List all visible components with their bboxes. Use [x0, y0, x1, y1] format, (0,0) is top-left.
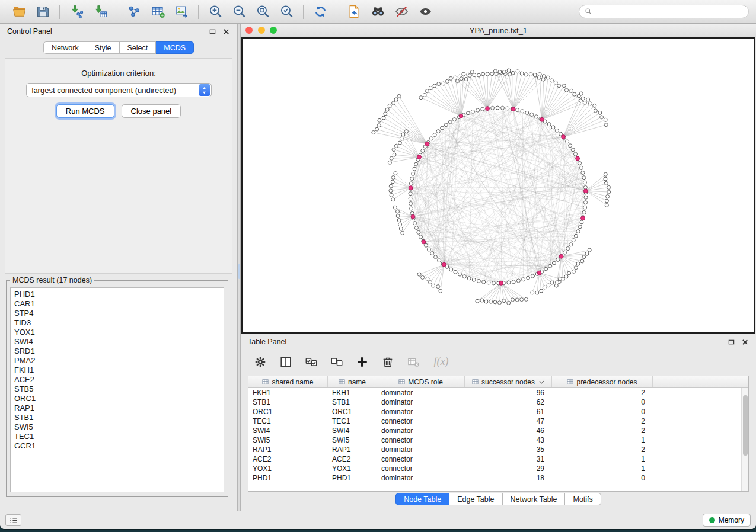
close-table-panel-icon[interactable]	[741, 338, 749, 346]
mcds-result-item[interactable]: SWI5	[14, 422, 220, 432]
deselect-all-button[interactable]	[329, 354, 344, 370]
delete-column-button[interactable]	[406, 354, 421, 370]
add-row-icon	[356, 355, 369, 368]
column-header-MCDS-role[interactable]: MCDS role	[377, 376, 465, 387]
import-network-button[interactable]	[65, 2, 88, 21]
cell: 43	[465, 436, 552, 444]
mcds-result-item[interactable]: ORC1	[14, 394, 220, 403]
table-row[interactable]: YOX1YOX1connector291	[248, 464, 748, 473]
table-row[interactable]: STB1STB1dominator620	[248, 398, 748, 407]
tab-node-table[interactable]: Node Table	[395, 493, 449, 505]
control-panel-header: Control Panel	[0, 24, 237, 39]
columns-button[interactable]	[278, 354, 294, 370]
table-row[interactable]: RAP1RAP1dominator352	[248, 445, 748, 454]
cell: RAP1	[248, 446, 328, 454]
close-panel-icon[interactable]	[222, 27, 230, 36]
cell: STB1	[248, 398, 328, 406]
clone-network-button[interactable]	[122, 2, 146, 21]
table-scrollbar[interactable]	[741, 388, 748, 491]
cell: ACE2	[248, 455, 328, 463]
memory-label: Memory	[719, 516, 744, 524]
main-toolbar-buttons	[7, 2, 437, 21]
open-button[interactable]	[7, 2, 31, 21]
window-minimize-button[interactable]	[258, 27, 265, 34]
tab-network[interactable]: Network	[43, 41, 87, 54]
mcds-result-item[interactable]: GCR1	[14, 441, 220, 451]
task-history-button[interactable]	[5, 514, 21, 526]
zoom-fit-button[interactable]	[251, 2, 275, 21]
column-header-shared-name[interactable]: shared name	[248, 376, 328, 387]
mcds-result-item[interactable]: TID3	[14, 318, 220, 328]
details-off-button[interactable]	[390, 2, 413, 21]
mcds-result-item[interactable]: SRD1	[14, 347, 220, 356]
delete-row-button[interactable]	[380, 354, 395, 370]
close-panel-button[interactable]: Close panel	[122, 104, 181, 118]
float-table-panel-icon[interactable]	[727, 338, 735, 346]
add-row-button[interactable]	[355, 354, 370, 370]
column-header-name[interactable]: name	[328, 376, 377, 387]
function-button[interactable]: f(x)	[431, 354, 451, 370]
tab-network-table[interactable]: Network Table	[503, 493, 566, 505]
cell: TEC1	[328, 417, 377, 425]
table-row[interactable]: SWI5SWI5connector431	[248, 435, 748, 445]
tab-select[interactable]: Select	[120, 41, 157, 54]
save-button[interactable]	[31, 2, 55, 21]
table-row[interactable]: ORC1ORC1dominator610	[248, 407, 748, 416]
table-row[interactable]: FKH1FKH1dominator962	[248, 388, 748, 398]
tab-edge-table[interactable]: Edge Table	[449, 493, 502, 505]
tab-style[interactable]: Style	[87, 41, 120, 54]
mcds-result-item[interactable]: YOX1	[14, 328, 220, 337]
mcds-result-item[interactable]: PMA2	[14, 356, 220, 366]
window-close-button[interactable]	[245, 27, 253, 34]
mcds-result-item[interactable]: RAP1	[14, 403, 220, 413]
mcds-result-item[interactable]: CAR1	[14, 299, 220, 309]
network-titlebar: YPA_prune.txt_1	[241, 24, 756, 37]
table-row[interactable]: PHD1PHD1dominator180	[248, 473, 748, 483]
tab-motifs[interactable]: Motifs	[565, 493, 601, 505]
mcds-result-item[interactable]: STB1	[14, 413, 220, 422]
float-panel-icon[interactable]	[208, 27, 216, 36]
divider-grip[interactable]	[238, 264, 240, 279]
mcds-result-item[interactable]: ACE2	[14, 375, 220, 384]
table-body: FKH1FKH1dominator962STB1STB1dominator620…	[248, 388, 748, 483]
import-network-icon	[69, 4, 84, 19]
cell: YOX1	[328, 464, 377, 473]
cell: ACE2	[328, 455, 377, 463]
details-on-button[interactable]	[413, 2, 437, 21]
new-table-button[interactable]	[146, 2, 170, 21]
table-row[interactable]: ACE2ACE2connector311	[248, 454, 748, 464]
mcds-result-item[interactable]: TEC1	[14, 432, 220, 441]
column-header-successor-nodes[interactable]: successor nodes	[465, 376, 552, 387]
memory-button[interactable]: Memory	[703, 514, 751, 527]
cell: YOX1	[248, 464, 328, 473]
mcds-result-list[interactable]: PHD1CAR1STP4TID3YOX1SWI4SRD1PMA2FKH1ACE2…	[10, 287, 224, 492]
zoom-selected-button[interactable]	[275, 2, 298, 21]
import-table-button[interactable]	[88, 2, 112, 21]
mcds-result-item[interactable]: STB5	[14, 384, 220, 394]
cell: 29	[465, 464, 552, 473]
apply-layout-button[interactable]	[308, 2, 332, 21]
criterion-dropdown[interactable]: largest connected component (undirected)	[26, 83, 212, 97]
mcds-result-item[interactable]: SWI4	[14, 337, 220, 347]
find-button[interactable]	[366, 2, 390, 21]
export-network-button[interactable]	[342, 2, 366, 21]
mcds-result-item[interactable]: PHD1	[14, 290, 220, 299]
settings-button[interactable]	[253, 354, 268, 370]
mcds-result-item[interactable]: FKH1	[14, 366, 220, 375]
table-row[interactable]: TEC1TEC1connector472	[248, 416, 748, 426]
table-scrollbar-thumb[interactable]	[743, 395, 748, 456]
search-input[interactable]	[595, 8, 743, 16]
export-image-button[interactable]	[170, 2, 193, 21]
column-header-predecessor-nodes[interactable]: predecessor nodes	[552, 376, 653, 387]
table-row[interactable]: SWI4SWI4dominator462	[248, 426, 748, 435]
cell: dominator	[377, 398, 465, 406]
network-canvas[interactable]	[243, 39, 754, 332]
window-zoom-button[interactable]	[270, 27, 277, 34]
tab-mcds[interactable]: MCDS	[156, 41, 194, 54]
mcds-result-item[interactable]: STP4	[14, 309, 220, 318]
zoom-out-button[interactable]	[227, 2, 251, 21]
select-all-button[interactable]	[304, 354, 319, 370]
search-box[interactable]	[579, 5, 749, 18]
zoom-in-button[interactable]	[203, 2, 227, 21]
run-mcds-button[interactable]: Run MCDS	[56, 104, 114, 118]
